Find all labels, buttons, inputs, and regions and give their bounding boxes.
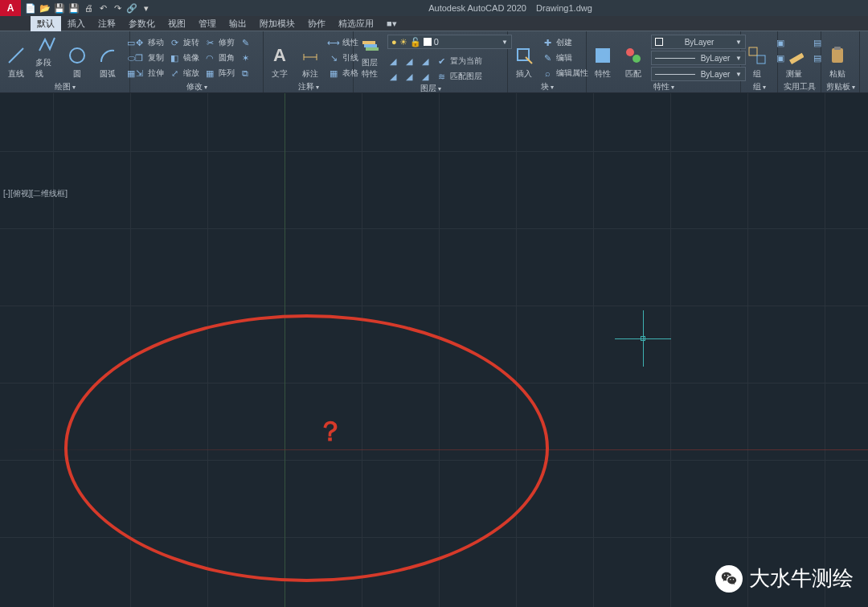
attr-icon: ⌕ xyxy=(542,68,553,79)
layer-tool-5[interactable]: ◢ xyxy=(420,55,431,68)
copy-icon: ❐ xyxy=(133,52,145,64)
array-button[interactable]: ▦阵列 xyxy=(204,67,235,80)
panel-layers-title[interactable]: 图层▾ xyxy=(357,83,504,94)
svg-point-11 xyxy=(633,55,641,63)
lineweight-dropdown[interactable]: ByLayer ▼ xyxy=(651,51,746,65)
redo-icon[interactable]: ↷ xyxy=(111,2,124,14)
layer-tool-4[interactable]: ◢ xyxy=(403,70,415,83)
layer-tool-2[interactable]: ◢ xyxy=(387,70,399,83)
mirror-button[interactable]: ◧镜像 xyxy=(169,51,199,64)
lock-icon: 🔓 xyxy=(410,37,421,47)
svg-rect-15 xyxy=(832,48,843,63)
tab-insert[interactable]: 插入 xyxy=(61,16,92,31)
edit-block-button[interactable]: ✎编辑 xyxy=(542,51,588,64)
insert-block-button[interactable]: 插入 xyxy=(511,33,537,80)
edit-attr-button[interactable]: ⌕编辑属性 xyxy=(542,67,588,80)
print-icon[interactable]: 🖨 xyxy=(82,2,95,14)
svg-rect-12 xyxy=(749,47,757,55)
scale-button[interactable]: ⤢缩放 xyxy=(169,67,199,80)
move-button[interactable]: ✥移动 xyxy=(133,36,164,49)
viewport-label[interactable]: [-][俯视][二维线框] xyxy=(3,188,68,199)
erase-button[interactable]: ✎ xyxy=(240,36,251,49)
layerprop-icon xyxy=(358,33,381,55)
panel-draw-title[interactable]: 绘图▾ xyxy=(3,81,126,92)
panel-modify-title[interactable]: 修改▾ xyxy=(133,81,260,92)
layer-tool-3[interactable]: ◢ xyxy=(403,55,415,68)
tab-manage[interactable]: 管理 xyxy=(192,16,223,31)
layer-dropdown[interactable]: ● ☀ 🔓 0 ▼ xyxy=(387,35,512,49)
qat-dropdown-icon[interactable]: ▾ xyxy=(140,2,153,14)
match-layer-button[interactable]: ≋匹配图层 xyxy=(436,70,482,83)
quick-access-toolbar: 📄 📂 💾 💾 🖨 ↶ ↷ 🔗 ▾ xyxy=(24,2,153,14)
fillet-icon: ◠ xyxy=(204,52,215,64)
explode-button[interactable]: ✶ xyxy=(240,51,251,64)
circle-button[interactable]: 圆 xyxy=(64,33,90,80)
text-button[interactable]: A 文字 xyxy=(267,33,293,80)
panel-block-title[interactable]: 块▾ xyxy=(511,81,583,92)
tab-featured[interactable]: 精选应用 xyxy=(332,16,380,31)
text-icon: A xyxy=(268,44,291,67)
stretch-button[interactable]: ⇲拉伸 xyxy=(133,67,164,80)
props-button[interactable]: 特性 xyxy=(590,33,616,80)
layer-tool-6[interactable]: ◢ xyxy=(420,70,431,83)
arc-button[interactable]: 圆弧 xyxy=(95,33,121,80)
paste-button[interactable]: 粘贴 xyxy=(825,33,850,80)
rotate-button[interactable]: ⟳旋转 xyxy=(169,36,199,49)
wechat-icon xyxy=(715,565,743,593)
app-logo[interactable]: A xyxy=(0,0,21,16)
circle-icon xyxy=(66,44,88,67)
watermark: 大水牛测绘 xyxy=(715,564,854,593)
ribbon-tabs: 默认 插入 注释 参数化 视图 管理 输出 附加模块 协作 精选应用 ■▾ xyxy=(0,16,868,31)
panel-annot-title[interactable]: 注释▾ xyxy=(267,81,350,92)
copy-button[interactable]: ❐复制 xyxy=(133,51,164,64)
line-button[interactable]: 直线 xyxy=(3,33,29,80)
layer-icon-6: ◢ xyxy=(420,71,431,82)
measure-button[interactable]: 测量 xyxy=(781,33,807,80)
create-block-button[interactable]: ✚创建 xyxy=(542,36,588,49)
save-icon[interactable]: 💾 xyxy=(53,2,66,14)
tab-collab[interactable]: 协作 xyxy=(301,16,332,31)
tab-view[interactable]: 视图 xyxy=(162,16,192,31)
layer-icon-1: ◢ xyxy=(387,55,399,67)
dim-button[interactable]: 标注 xyxy=(297,33,323,80)
polyline-button[interactable]: 多段线 xyxy=(34,33,59,80)
group-button[interactable]: 组 xyxy=(744,33,770,80)
set-current-button[interactable]: ✔置为当前 xyxy=(436,55,482,68)
layerprop-button[interactable]: 图层 特性 xyxy=(357,33,383,80)
tab-parametric[interactable]: 参数化 xyxy=(122,16,162,31)
undo-icon[interactable]: ↶ xyxy=(96,2,109,14)
offset-button[interactable]: ⧉ xyxy=(240,67,251,80)
share-icon[interactable]: 🔗 xyxy=(125,2,138,14)
linetype-dropdown[interactable]: ByLayer ▼ xyxy=(651,67,746,81)
edit-icon: ✎ xyxy=(542,52,553,64)
open-icon[interactable]: 📂 xyxy=(39,2,51,14)
new-icon[interactable]: 📄 xyxy=(24,2,37,14)
layer-tool-1[interactable]: ◢ xyxy=(387,55,399,68)
panel-clipboard: 粘贴 剪贴板▾ xyxy=(821,31,860,92)
panel-util-title[interactable]: 实用工具▾ xyxy=(781,81,817,92)
offset-icon: ⧉ xyxy=(240,68,251,79)
panel-props: 特性 匹配 ByLayer ▼ ByLayer ▼ xyxy=(587,31,741,92)
scale-icon: ⤢ xyxy=(169,68,180,79)
annotation-question-mark: ？ xyxy=(317,413,344,450)
panel-group-title[interactable]: 组▾ xyxy=(744,81,774,92)
tab-output[interactable]: 输出 xyxy=(223,16,253,31)
panel-draw: 直线 多段线 圆 圆弧 ▭ ⬭ xyxy=(0,31,130,92)
panel-props-title[interactable]: 特性▾ xyxy=(590,81,737,92)
tab-default[interactable]: 默认 xyxy=(31,16,61,31)
color-dropdown[interactable]: ByLayer ▼ xyxy=(651,35,746,49)
tab-more[interactable]: ■▾ xyxy=(380,17,403,31)
fillet-button[interactable]: ◠圆角 xyxy=(204,51,235,64)
match-props-button[interactable]: 匹配 xyxy=(620,33,646,80)
saveas-icon[interactable]: 💾 xyxy=(68,2,80,14)
dim-icon xyxy=(299,44,321,67)
drawing-canvas[interactable]: ？ [-][俯视][二维线框] xyxy=(0,93,868,607)
erase-icon: ✎ xyxy=(240,37,251,48)
tab-addins[interactable]: 附加模块 xyxy=(253,16,301,31)
trim-button[interactable]: ✂修剪 xyxy=(204,36,235,49)
insert-block-icon xyxy=(513,44,535,67)
measure-icon xyxy=(783,44,805,67)
panel-clipboard-title[interactable]: 剪贴板▾ xyxy=(825,81,856,92)
tab-annotate[interactable]: 注释 xyxy=(92,16,122,31)
sun-icon: ☀ xyxy=(399,37,407,47)
